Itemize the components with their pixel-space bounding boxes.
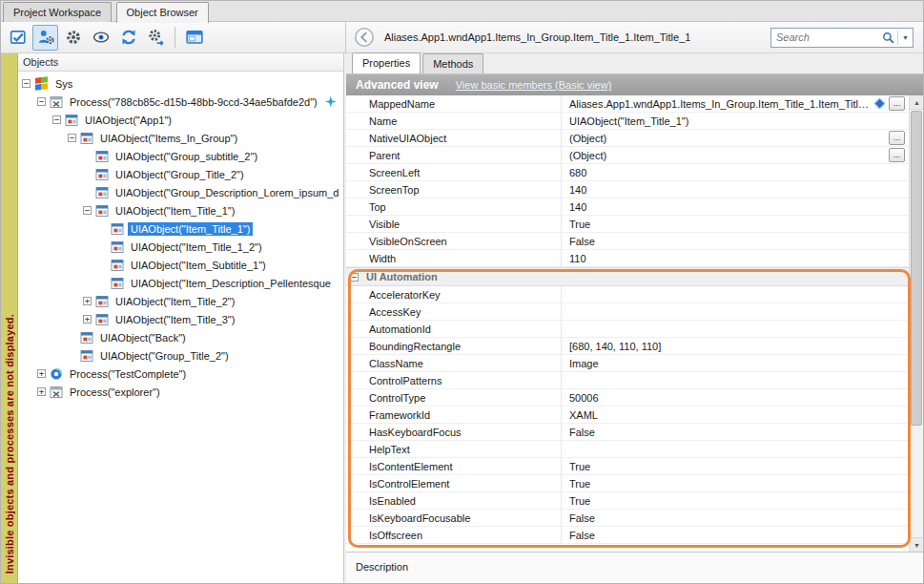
- section-header-ui-automation[interactable]: −UI Automation: [346, 267, 909, 286]
- property-value-text: [680, 140, 110, 110]: [569, 341, 905, 352]
- property-row[interactable]: BoundingRectangle[680, 140, 110, 110]: [346, 338, 909, 355]
- property-name: AcceleratorKey: [346, 286, 562, 302]
- ellipsis-button[interactable]: ...: [889, 131, 905, 145]
- collapse-icon[interactable]: −: [68, 134, 76, 142]
- tree-item[interactable]: −UIAObject("Item_Title_1"): [18, 201, 343, 219]
- property-value: [562, 286, 909, 302]
- property-row[interactable]: IsOffscreenFalse: [346, 527, 909, 544]
- property-name: Parent: [346, 147, 562, 163]
- property-name: IsControlElement: [346, 475, 562, 491]
- tab-object-browser[interactable]: Object Browser: [116, 2, 209, 23]
- tree-item[interactable]: UIAObject("Item_Title_1"): [18, 219, 343, 238]
- property-value: True: [562, 492, 909, 509]
- property-row[interactable]: IsEnabledTrue: [346, 492, 909, 510]
- tree-item[interactable]: −Process("788cb85c-d15b-48bb-9ccd-34ae5b…: [18, 93, 343, 111]
- property-row[interactable]: AcceleratorKey: [346, 286, 909, 303]
- tree-item[interactable]: UIAObject("Group_Description_Lorem_ipsum…: [18, 183, 343, 201]
- property-row[interactable]: ScreenTop140: [346, 181, 909, 198]
- tree-item[interactable]: UIAObject("Group_subtitle_2"): [18, 147, 343, 165]
- search-box: ▼: [770, 28, 914, 48]
- property-row[interactable]: Width110: [346, 250, 909, 267]
- property-name: Width: [346, 250, 562, 266]
- tree-item[interactable]: −UIAObject("Items_In_Group"): [18, 129, 343, 147]
- expand-icon[interactable]: +: [83, 315, 92, 323]
- show-panel-button[interactable]: [181, 25, 207, 51]
- tree-item[interactable]: UIAObject("Item_Description_Pellentesque: [18, 274, 343, 292]
- property-row[interactable]: NameUIAObject("Item_Title_1"): [346, 113, 909, 130]
- ellipsis-button[interactable]: ...: [889, 96, 905, 111]
- tree-item[interactable]: +Process("explorer"): [18, 383, 343, 401]
- settings-gear-button[interactable]: [60, 25, 86, 51]
- property-value: True: [562, 216, 909, 232]
- tree-item[interactable]: −Sys: [18, 74, 343, 93]
- tab-methods[interactable]: Methods: [422, 53, 483, 73]
- property-row[interactable]: HelpText: [346, 441, 909, 458]
- property-name: FrameworkId: [346, 407, 562, 423]
- property-row[interactable]: IsContentElementTrue: [346, 458, 909, 475]
- property-value-text: XAML: [569, 409, 905, 421]
- collapse-icon[interactable]: −: [350, 273, 359, 282]
- property-row[interactable]: HasKeyboardFocusFalse: [346, 424, 909, 441]
- property-row[interactable]: AccessKey: [346, 303, 909, 321]
- tree-item[interactable]: UIAObject("Group_Title_2"): [18, 165, 343, 183]
- property-row[interactable]: IsKeyboardFocusableFalse: [346, 510, 909, 527]
- back-button[interactable]: [354, 26, 377, 49]
- description-label: Description: [356, 561, 408, 573]
- property-row[interactable]: ClassNameImage: [346, 355, 909, 372]
- collapse-icon[interactable]: −: [52, 115, 61, 124]
- property-row[interactable]: ControlPatterns: [346, 372, 909, 389]
- ellipsis-button[interactable]: ...: [889, 148, 905, 162]
- scroll-up-icon[interactable]: ▲: [910, 95, 923, 110]
- uia-icon: [95, 204, 109, 218]
- search-input[interactable]: [776, 31, 882, 43]
- property-name: Visible: [346, 216, 562, 232]
- tree-item[interactable]: −UIAObject("App1"): [18, 111, 343, 129]
- refresh-button[interactable]: [115, 25, 141, 51]
- object-spy-button[interactable]: [32, 25, 58, 51]
- tree-item[interactable]: UIAObject("Group_Title_2"): [18, 346, 343, 365]
- scroll-down-icon[interactable]: ▼: [910, 537, 923, 552]
- collapse-icon[interactable]: −: [83, 206, 92, 215]
- expand-icon[interactable]: +: [37, 387, 46, 396]
- highlight-check-button[interactable]: [5, 25, 31, 51]
- sync-gear-icon: [148, 29, 165, 46]
- property-row[interactable]: VisibleOnScreenFalse: [346, 233, 909, 250]
- property-row[interactable]: AutomationId: [346, 321, 909, 338]
- property-row[interactable]: Top140: [346, 198, 909, 216]
- view-eye-button[interactable]: [88, 25, 113, 51]
- property-row[interactable]: VisibleTrue: [346, 216, 909, 233]
- property-row[interactable]: IsControlElementTrue: [346, 475, 909, 492]
- tree-item[interactable]: +UIAObject("Item_Title_2"): [18, 292, 343, 310]
- collapse-icon[interactable]: −: [22, 79, 31, 88]
- sync-gear-button[interactable]: [143, 25, 169, 51]
- tree-item[interactable]: UIAObject("Item_Title_1_2"): [18, 238, 343, 256]
- tree-item[interactable]: +UIAObject("Item_Title_3"): [18, 310, 343, 328]
- property-row[interactable]: FrameworkIdXAML: [346, 407, 909, 424]
- expand-icon[interactable]: +: [37, 369, 46, 378]
- property-value-text: True: [569, 461, 905, 472]
- scrollbar-thumb[interactable]: [911, 111, 922, 426]
- property-value: UIAObject("Item_Title_1"): [562, 113, 909, 129]
- collapse-icon[interactable]: −: [37, 97, 46, 106]
- property-name: IsOffscreen: [346, 527, 562, 543]
- expand-icon[interactable]: +: [83, 297, 92, 305]
- property-value: [680, 140, 110, 110]: [562, 338, 909, 354]
- windows-logo-icon: [35, 76, 48, 90]
- objects-panel-header: Objects: [18, 53, 343, 72]
- property-row[interactable]: MappedNameAliases.App1.wndApp1.Items_In_…: [346, 95, 909, 113]
- property-row[interactable]: Parent(Object)...: [346, 147, 909, 164]
- search-dropdown-icon[interactable]: ▼: [901, 34, 913, 41]
- basic-view-link[interactable]: View basic members (Basic view): [456, 79, 612, 91]
- vertical-scrollbar[interactable]: ▲ ▼: [909, 95, 923, 552]
- uia-icon: [95, 186, 109, 199]
- tree-item[interactable]: +Process("TestComplete"): [18, 365, 343, 383]
- tree-item[interactable]: UIAObject("Item_Subtitle_1"): [18, 256, 343, 274]
- search-icon[interactable]: [882, 31, 894, 44]
- description-panel: Description: [346, 552, 923, 583]
- property-row[interactable]: NativeUIAObject(Object)...: [346, 130, 909, 147]
- property-row[interactable]: ControlType50006: [346, 389, 909, 407]
- tab-project-workspace[interactable]: Project Workspace: [3, 2, 112, 22]
- tab-properties[interactable]: Properties: [352, 52, 421, 73]
- tree-item[interactable]: UIAObject("Back"): [18, 328, 343, 346]
- property-row[interactable]: ScreenLeft680: [346, 164, 909, 181]
